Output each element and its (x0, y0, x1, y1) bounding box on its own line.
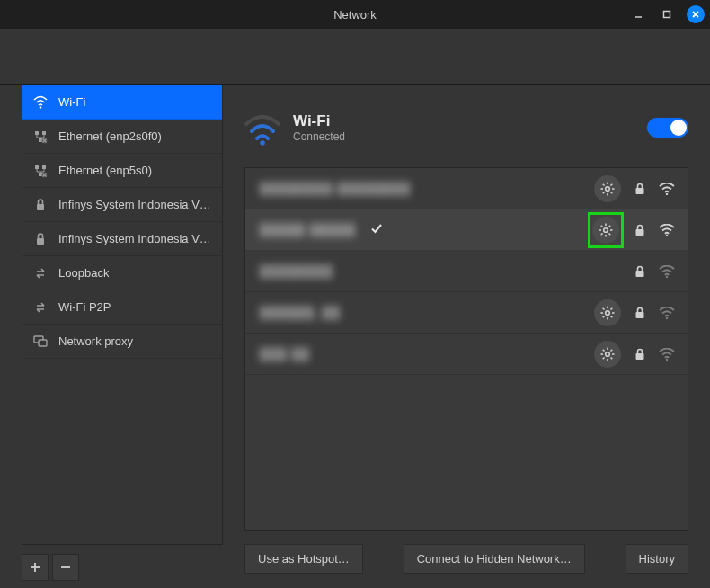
vpn-icon (33, 232, 48, 246)
sidebar-item-vpn-1[interactable]: Infinys System Indonesia VPN (22, 188, 222, 222)
network-list: ████████ ████████ █████ █████ (244, 167, 688, 531)
toolbar-strip (0, 29, 710, 85)
network-row[interactable]: ██████_██ (245, 292, 688, 334)
gear-icon (599, 223, 613, 237)
network-row-actions (594, 341, 675, 368)
sidebar-item-label: Ethernet (enp2s0f0) (58, 129, 162, 143)
sidebar-item-label: Infinys System Indonesia VPN 43 … (58, 232, 211, 245)
history-button[interactable]: History (626, 544, 688, 574)
sidebar-item-label: Loopback (58, 266, 109, 280)
loopback-icon (33, 266, 48, 281)
connect-hidden-network-button[interactable]: Connect to Hidden Network… (404, 544, 585, 574)
network-row[interactable]: ███ ██ (245, 334, 688, 375)
svg-line-67 (611, 349, 613, 351)
remove-connection-button[interactable] (52, 554, 79, 581)
sidebar-item-wifi-p2p[interactable]: Wi-Fi P2P (22, 290, 222, 325)
svg-rect-6 (42, 131, 46, 135)
gear-icon (600, 182, 615, 196)
svg-rect-20 (39, 340, 47, 346)
window-controls (629, 0, 705, 29)
ethernet-disconnected-icon (33, 164, 48, 178)
network-ssid: ████████ (260, 264, 333, 278)
sidebar-item-label: Network proxy (58, 334, 133, 348)
signal-strong-icon (659, 183, 675, 195)
network-settings-button[interactable] (594, 299, 621, 326)
maximize-button[interactable] (658, 5, 676, 23)
bottom-button-bar: Use as Hotspot… Connect to Hidden Networ… (244, 544, 688, 581)
sidebar-item-vpn-2[interactable]: Infinys System Indonesia VPN 43 … (22, 222, 222, 256)
svg-line-66 (611, 357, 613, 359)
spacer (601, 544, 609, 574)
svg-line-68 (603, 357, 605, 359)
network-settings-button[interactable] (594, 175, 621, 202)
network-row[interactable]: ████████ ████████ (245, 168, 688, 209)
svg-line-54 (603, 307, 605, 309)
svg-point-4 (40, 106, 42, 109)
svg-point-70 (666, 358, 668, 360)
network-row[interactable]: █████ █████ (245, 209, 688, 251)
loopback-icon (33, 300, 48, 315)
svg-point-49 (606, 310, 610, 315)
svg-point-59 (666, 316, 668, 318)
sidebar-item-loopback[interactable]: Loopback (22, 256, 222, 290)
vpn-icon (33, 198, 48, 212)
window-title: Network (0, 8, 710, 22)
svg-line-32 (611, 183, 613, 185)
svg-rect-1 (664, 12, 670, 18)
svg-line-55 (611, 316, 613, 317)
proxy-icon (33, 334, 48, 349)
lock-icon (634, 265, 646, 278)
use-as-hotspot-button[interactable]: Use as Hotspot… (244, 544, 363, 574)
svg-line-57 (603, 316, 605, 317)
plus-icon (29, 561, 41, 574)
svg-rect-69 (636, 353, 644, 360)
network-ssid: ███ ██ (260, 347, 310, 361)
panel-title: Wi-Fi (293, 112, 345, 130)
sidebar-item-label: Wi-Fi P2P (58, 300, 111, 314)
network-row-actions (594, 299, 675, 326)
network-row-actions (590, 215, 675, 245)
lock-icon (634, 307, 646, 319)
svg-rect-17 (37, 204, 44, 210)
wifi-large-icon (244, 110, 280, 146)
network-settings-button[interactable] (590, 215, 621, 245)
svg-point-24 (260, 140, 265, 146)
sidebar-item-label: Wi-Fi (58, 95, 85, 109)
svg-point-60 (606, 352, 610, 356)
network-settings-button[interactable] (594, 341, 621, 368)
sidebar: Wi-Fi Ethernet (enp2s0f0) Ethernet (enp5… (0, 85, 230, 588)
lock-icon (634, 348, 646, 361)
content-panel: Wi-Fi Connected ████████ ████████ ███ (230, 85, 710, 588)
wifi-toggle[interactable] (647, 118, 688, 138)
svg-line-41 (601, 225, 603, 227)
signal-weak-icon (659, 348, 675, 361)
panel-subtitle: Connected (293, 130, 345, 143)
signal-strong-icon (659, 224, 675, 236)
sidebar-item-ethernet-2[interactable]: Ethernet (enp5s0) (22, 154, 222, 188)
svg-rect-45 (636, 229, 644, 236)
connected-check-icon (370, 222, 383, 238)
add-connection-button[interactable] (22, 554, 49, 581)
spacer (379, 544, 387, 574)
svg-point-35 (666, 192, 668, 194)
svg-line-43 (609, 225, 611, 227)
svg-line-33 (603, 192, 605, 193)
sidebar-item-ethernet-1[interactable]: Ethernet (enp2s0f0) (22, 120, 222, 154)
network-ssid: █████ █████ (260, 223, 356, 236)
sidebar-item-label: Infinys System Indonesia VPN (58, 198, 211, 211)
sidebar-item-wifi[interactable]: Wi-Fi (22, 85, 222, 120)
svg-rect-12 (42, 165, 46, 169)
sidebar-item-proxy[interactable]: Network proxy (22, 325, 222, 359)
network-row[interactable]: ████████ (245, 251, 688, 292)
svg-rect-58 (636, 312, 644, 318)
signal-weak-icon (659, 265, 675, 278)
svg-line-42 (609, 233, 611, 235)
svg-rect-18 (37, 238, 44, 245)
wifi-header-text: Wi-Fi Connected (293, 112, 345, 143)
main-area: Wi-Fi Ethernet (enp2s0f0) Ethernet (enp5… (0, 85, 710, 588)
signal-weak-icon (659, 307, 675, 319)
close-button[interactable] (687, 5, 705, 23)
network-ssid: ████████ ████████ (260, 182, 411, 195)
ethernet-disconnected-icon (33, 129, 48, 144)
minimize-button[interactable] (629, 5, 647, 23)
